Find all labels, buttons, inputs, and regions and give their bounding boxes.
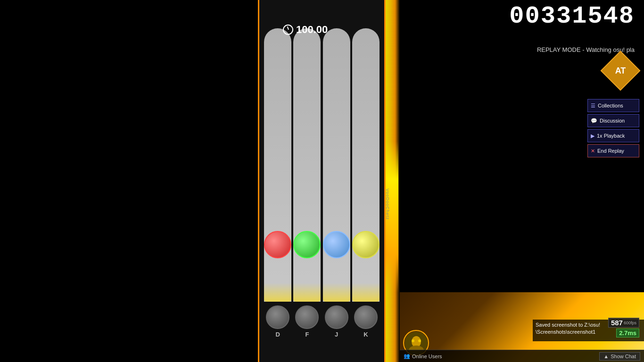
- collections-label: Collections: [598, 103, 623, 108]
- at-badge-label: AT: [606, 57, 635, 85]
- bottom-bar: 👥 Online Users ▲ Show Chat: [400, 350, 644, 362]
- key-col-d: D: [265, 305, 290, 338]
- lane-4: [352, 28, 380, 302]
- key-col-j: J: [324, 305, 349, 338]
- lane-1: [264, 28, 291, 302]
- lane-glow-4: [352, 283, 380, 302]
- lane-2: [293, 28, 321, 302]
- svg-point-4: [418, 339, 421, 342]
- fps-value: 587: [611, 319, 623, 327]
- lane-border-right: [384, 0, 386, 362]
- key-label-d: D: [265, 331, 290, 338]
- ping-box: 2.7ms: [616, 329, 639, 337]
- collections-icon: ☰: [591, 103, 595, 109]
- note-circle-yellow: [352, 231, 380, 258]
- svg-point-3: [412, 339, 414, 342]
- lane-glow-3: [323, 283, 350, 302]
- end-replay-button[interactable]: ✕ End Replay: [587, 144, 639, 157]
- vertical-text: VooDooChetz: [385, 189, 390, 220]
- clock-icon: [283, 25, 293, 35]
- key-label-j: J: [324, 331, 349, 338]
- discussion-icon: 💬: [591, 118, 597, 124]
- chat-expand-icon: ▲: [603, 354, 609, 359]
- key-col-f: F: [294, 305, 320, 338]
- show-chat-label: Show Chat: [611, 354, 636, 359]
- key-circle-j: [325, 305, 348, 329]
- users-icon: 👥: [404, 353, 410, 359]
- game-area: 100.00 D F J K VooDooChetz: [0, 0, 387, 362]
- fps-counter: 587 600fps 2.7ms: [608, 318, 639, 337]
- ping-value: 2.7ms: [619, 329, 636, 337]
- key-circle-k: [354, 305, 378, 329]
- fps-sub: 600fps: [624, 321, 636, 325]
- discussion-button[interactable]: 💬 Discussion: [587, 114, 639, 127]
- note-circle-green: [293, 231, 321, 258]
- fps-box: 587 600fps: [608, 318, 639, 328]
- note-circle-red: [264, 231, 291, 258]
- screenshot-text: Saved screenshot to Z:\osu!\Screenshots\…: [536, 322, 600, 335]
- online-users-label: Online Users: [412, 354, 442, 359]
- accuracy-value: 100.00: [296, 24, 328, 36]
- sidebar-buttons: ☰ Collections 💬 Discussion ▶ 1x Playback…: [587, 99, 639, 157]
- key-label-f: F: [294, 331, 320, 338]
- note-buttons: [259, 231, 384, 258]
- accuracy-display: 100.00: [283, 24, 328, 36]
- end-replay-label: End Replay: [597, 148, 624, 154]
- show-chat-button[interactable]: ▲ Show Chat: [599, 352, 640, 361]
- lane-glow-1: [264, 283, 291, 302]
- note-circle-blue: [323, 231, 350, 258]
- online-users-button[interactable]: 👥 Online Users: [404, 353, 442, 359]
- lane-3: [323, 28, 350, 302]
- key-labels-area: D F J K: [259, 305, 384, 338]
- end-replay-icon: ✕: [591, 148, 595, 154]
- lane-glow-2: [293, 283, 321, 302]
- key-circle-d: [266, 305, 289, 329]
- collections-button[interactable]: ☰ Collections: [587, 99, 639, 112]
- playback-label: 1x Playback: [597, 133, 625, 139]
- key-col-k: K: [353, 305, 379, 338]
- discussion-label: Discussion: [600, 118, 625, 123]
- key-label-k: K: [353, 331, 379, 338]
- key-circle-f: [295, 305, 319, 329]
- playback-button[interactable]: ▶ 1x Playback: [587, 129, 639, 142]
- score-display: 00331548: [509, 2, 635, 30]
- playback-icon: ▶: [591, 133, 594, 139]
